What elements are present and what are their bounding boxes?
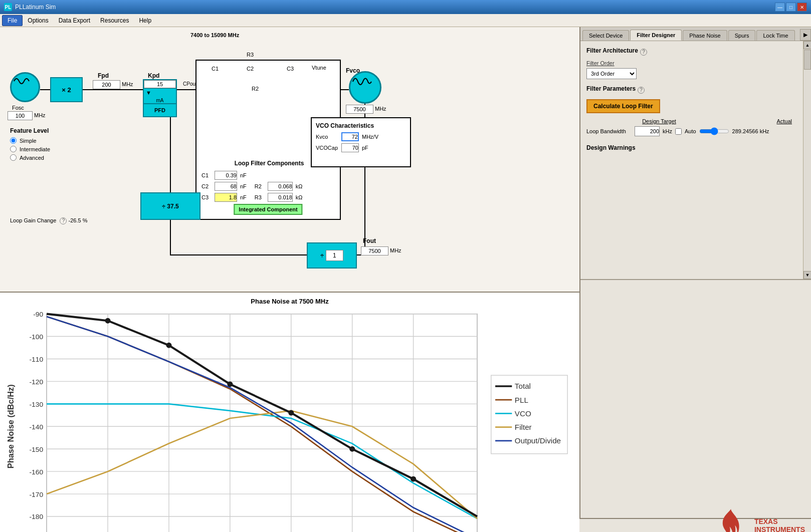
kpd-value[interactable]: 15: [144, 80, 176, 88]
feature-intermediate-row: Intermediate: [10, 146, 50, 152]
loop-gain-value: -26.5: [68, 217, 81, 223]
maximize-button[interactable]: □: [786, 3, 796, 12]
loop-gain-text: Loop Gain Change: [10, 217, 58, 223]
kvco-row: Kvco MHz/V: [316, 132, 406, 141]
r3-unit: kΩ: [296, 194, 303, 200]
fvco-value[interactable]: 7500: [346, 105, 373, 114]
fout-value[interactable]: 7500: [361, 246, 388, 255]
filter-arch-help-icon[interactable]: ?: [640, 49, 647, 56]
loop-bw-actual-value: 289.24566 kHz: [732, 128, 769, 134]
loop-bw-slider[interactable]: [699, 127, 729, 135]
loop-bw-label: Loop Bandwidth: [586, 128, 632, 134]
actual-header: Actual: [684, 118, 792, 124]
feature-advanced-row: Advanced: [10, 154, 50, 161]
svg-text:-100: -100: [29, 333, 43, 341]
c1-unit: nF: [240, 172, 247, 178]
loop-gain-help-icon[interactable]: ?: [60, 217, 67, 224]
svg-text:-150: -150: [29, 446, 43, 453]
c2-input[interactable]: [215, 182, 237, 191]
pfd-label: PFD: [154, 107, 165, 113]
right-lower-panel: [580, 279, 811, 518]
r2-schematic-label: R2: [252, 86, 259, 92]
feature-simple-row: Simple: [10, 137, 50, 144]
fvco-symbol: [349, 71, 381, 104]
fout-label: Fout: [363, 237, 376, 244]
c2-row: C2 nF R2 kΩ: [201, 182, 337, 191]
svg-text:Output/Divide: Output/Divide: [515, 436, 561, 445]
c1-input[interactable]: [215, 171, 237, 180]
feature-advanced-radio[interactable]: [10, 154, 17, 161]
menu-file[interactable]: File: [2, 15, 23, 26]
calculate-loop-filter-button[interactable]: Calculate Loop Filter: [586, 99, 660, 113]
c1-label: C1: [201, 172, 212, 178]
filter-parameters-section: Filter Parameters ? Calculate Loop Filte…: [586, 85, 797, 136]
ti-logo-text: TEXAS INSTRUMENTS: [754, 517, 805, 532]
tab-scroll-right[interactable]: ▶: [800, 29, 811, 41]
feature-intermediate-radio[interactable]: [10, 146, 17, 152]
output-div-input[interactable]: [326, 250, 343, 261]
tab-bar: Select Device Filter Designer Phase Nois…: [580, 27, 811, 41]
menu-help[interactable]: Help: [134, 16, 156, 26]
tab-lock-time[interactable]: Lock Time: [756, 30, 794, 41]
tab-spurs[interactable]: Spurs: [728, 30, 756, 41]
chart-title: Phase Noise at 7500 MHz: [5, 298, 574, 305]
vco-characteristics-title: VCO Characteristics: [316, 122, 406, 129]
menu-resources[interactable]: Resources: [95, 16, 134, 26]
feature-simple-radio[interactable]: [10, 137, 17, 144]
kpd-label: Kpd: [148, 72, 159, 79]
c1-row: C1 nF: [201, 171, 337, 180]
feature-level-title: Feature Level: [10, 127, 50, 134]
scroll-thumb[interactable]: [804, 50, 811, 70]
c3-input[interactable]: [215, 193, 237, 202]
right-content: Filter Architecture ? Filter Order 1st O…: [580, 41, 803, 160]
auto-checkbox[interactable]: [675, 128, 682, 135]
c1-top-label: C1: [212, 66, 219, 72]
kvco-input[interactable]: [341, 132, 359, 141]
filter-params-help-icon[interactable]: ?: [638, 87, 645, 94]
scroll-down-button[interactable]: ▼: [803, 271, 811, 279]
feature-intermediate-label: Intermediate: [20, 146, 50, 152]
svg-point-41: [166, 343, 171, 348]
fosc-value[interactable]: 100: [8, 111, 33, 120]
r2-input[interactable]: [268, 182, 293, 191]
app-title: PLLatinum Sim: [15, 4, 775, 11]
kpd-dropdown[interactable]: ▼: [144, 88, 176, 97]
svg-text:-160: -160: [29, 468, 43, 476]
main-container: 7400 to 15090 MHz Fosc 100 MHz × 2 Fpd 2…: [0, 27, 811, 518]
feature-simple-label: Simple: [20, 138, 37, 144]
loop-bw-target-unit: kHz: [663, 128, 672, 134]
scroll-up-button[interactable]: ▲: [803, 41, 811, 49]
r3-label: R3: [255, 194, 265, 200]
filter-order-dropdown[interactable]: 1st Order 2nd Order 3rd Order 4th Order: [586, 68, 637, 79]
svg-text:-180: -180: [29, 513, 43, 521]
svg-rect-0: [47, 314, 477, 532]
ti-logo: TEXAS INSTRUMENTS: [711, 506, 805, 532]
kpd-block[interactable]: 15 ▼ mA: [143, 79, 177, 105]
menu-options[interactable]: Options: [23, 16, 53, 26]
vcocap-input[interactable]: [341, 143, 359, 152]
loop-gain-label: Loop Gain Change ? -26.5 %: [10, 217, 87, 224]
chart-area: Phase Noise at 7500 MHz: [0, 293, 579, 532]
menu-data-export[interactable]: Data Export: [54, 16, 95, 26]
tab-phase-noise[interactable]: Phase Noise: [683, 30, 727, 41]
loop-bw-target-input[interactable]: [635, 126, 660, 136]
feature-advanced-label: Advanced: [20, 155, 44, 161]
loop-bandwidth-row: Loop Bandwidth kHz Auto 289.24566 kHz: [586, 126, 797, 136]
design-warnings-title: Design Warnings: [586, 144, 797, 151]
c3-label: C3: [201, 194, 212, 200]
integrated-component-btn[interactable]: Integrated Component: [234, 204, 302, 215]
c2-label: C2: [201, 183, 212, 189]
auto-label: Auto: [685, 128, 696, 134]
app-icon: PL: [4, 3, 12, 11]
r3-input[interactable]: [268, 193, 293, 202]
fpd-value[interactable]: 200: [93, 80, 120, 89]
close-button[interactable]: ✕: [797, 3, 807, 12]
svg-text:Total: Total: [515, 382, 531, 391]
tab-filter-designer[interactable]: Filter Designer: [630, 30, 682, 41]
params-header-row: Design Target Actual: [586, 118, 797, 124]
right-panel-scrollbar[interactable]: ▲ ▼: [803, 41, 811, 279]
minimize-button[interactable]: —: [775, 3, 785, 12]
tab-select-device[interactable]: Select Device: [582, 30, 629, 41]
ti-flame-icon: [711, 506, 751, 532]
filter-params-title: Filter Parameters: [586, 85, 636, 92]
